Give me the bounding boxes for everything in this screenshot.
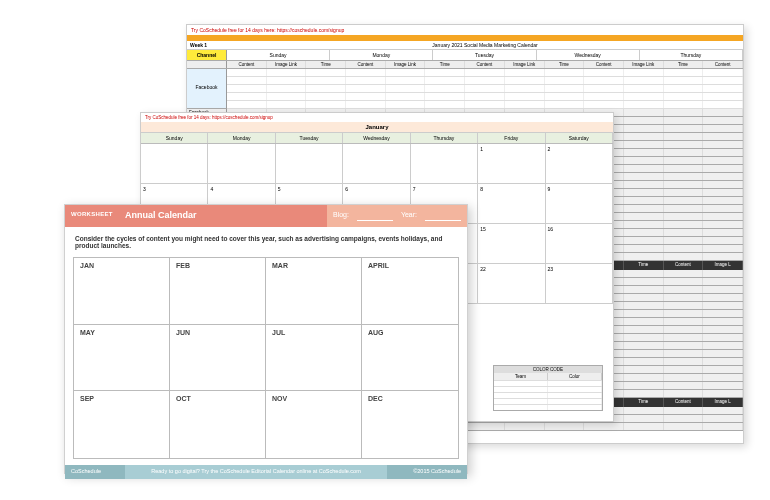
day-col: Tuesday bbox=[433, 50, 536, 60]
month-cell[interactable]: JUN bbox=[170, 325, 266, 392]
calendar-cell[interactable]: 1 bbox=[478, 144, 545, 184]
sheet-title: January 2021 Social Media Marketing Cale… bbox=[227, 41, 743, 49]
year-input[interactable] bbox=[425, 211, 461, 221]
day-col: Thursday bbox=[640, 50, 743, 60]
color-code-box: COLOR CODE TeamColor bbox=[493, 365, 603, 411]
worksheet-title: Annual Calendar bbox=[121, 205, 327, 227]
channel-header: Channel bbox=[187, 50, 227, 60]
weekday-header: Sunday Monday Tuesday Wednesday Thursday… bbox=[141, 133, 613, 144]
calendar-cell[interactable] bbox=[276, 144, 343, 184]
cells bbox=[227, 69, 743, 109]
month-cell[interactable]: SEP bbox=[74, 391, 170, 458]
month-cell[interactable]: JUL bbox=[266, 325, 362, 392]
worksheet-header: WORKSHEET Annual Calendar Blog: Year: bbox=[65, 205, 467, 227]
footer-copyright: ©2015 CoSchedule bbox=[387, 465, 467, 479]
annual-calendar-worksheet: WORKSHEET Annual Calendar Blog: Year: Co… bbox=[64, 204, 468, 474]
calendar-cell[interactable] bbox=[343, 144, 410, 184]
calendar-cell[interactable]: 16 bbox=[546, 224, 613, 264]
calendar-cell[interactable] bbox=[411, 144, 478, 184]
calendar-cell[interactable]: 2 bbox=[546, 144, 613, 184]
month-cell[interactable]: OCT bbox=[170, 391, 266, 458]
month-cell[interactable]: FEB bbox=[170, 258, 266, 325]
month-grid: JANFEBMARAPRILMAYJUNJULAUGSEPOCTNOVDEC bbox=[73, 257, 459, 459]
day-header: Channel Sunday Monday Tuesday Wednesday … bbox=[187, 50, 743, 61]
calendar-cell[interactable]: 9 bbox=[546, 184, 613, 224]
calendar-cell[interactable]: 8 bbox=[478, 184, 545, 224]
trial-link[interactable]: Try CoSchedule free for 14 days: https:/… bbox=[141, 113, 613, 122]
worksheet-badge: WORKSHEET bbox=[65, 205, 121, 227]
worksheet-fields: Blog: Year: bbox=[327, 205, 467, 227]
day-col: Wednesday bbox=[537, 50, 640, 60]
footer-text: Ready to go digital? Try the CoSchedule … bbox=[125, 465, 387, 479]
month-cell[interactable]: DEC bbox=[362, 391, 458, 458]
month-cell[interactable]: NOV bbox=[266, 391, 362, 458]
day-col: Sunday bbox=[227, 50, 330, 60]
footer-brand: CoSchedule bbox=[65, 465, 125, 479]
blog-input[interactable] bbox=[357, 211, 393, 221]
calendar-cell[interactable] bbox=[141, 144, 208, 184]
day-col: Monday bbox=[330, 50, 433, 60]
calendar-cell[interactable]: 15 bbox=[478, 224, 545, 264]
month-cell[interactable]: AUG bbox=[362, 325, 458, 392]
month-cell[interactable]: JAN bbox=[74, 258, 170, 325]
week-label: Week 1 bbox=[187, 41, 227, 49]
facebook-channel: Facebook bbox=[187, 69, 227, 109]
calendar-cell[interactable] bbox=[208, 144, 275, 184]
worksheet-footer: CoSchedule Ready to go digital? Try the … bbox=[65, 465, 467, 479]
sub-header: Content Image Link Time Content Image Li… bbox=[187, 61, 743, 69]
intro-text: Consider the cycles of content you might… bbox=[65, 227, 467, 257]
month-cell[interactable]: APRIL bbox=[362, 258, 458, 325]
month-title: January bbox=[141, 122, 613, 133]
calendar-cell[interactable]: 23 bbox=[546, 264, 613, 304]
month-cell[interactable]: MAY bbox=[74, 325, 170, 392]
trial-link[interactable]: Try CoSchedule free for 14 days here: ht… bbox=[187, 25, 743, 35]
calendar-cell[interactable]: 22 bbox=[478, 264, 545, 304]
month-cell[interactable]: MAR bbox=[266, 258, 362, 325]
